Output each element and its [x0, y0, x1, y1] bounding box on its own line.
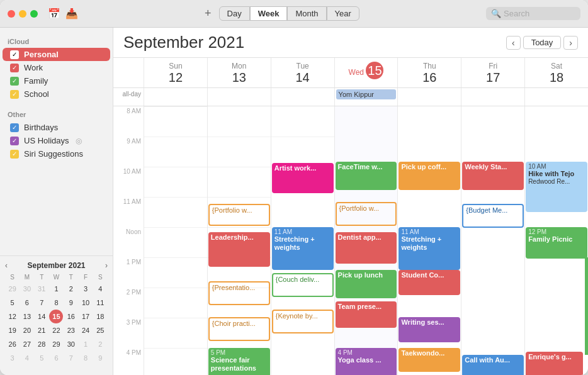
mini-day[interactable]: 4 [93, 282, 107, 296]
portfolio-event-wed[interactable]: {Portfolio w... [336, 202, 397, 226]
mini-day[interactable]: 18 [93, 310, 107, 323]
keynote-event[interactable]: {Keynote by... [272, 310, 334, 333]
search-bar[interactable]: 🔍 Search [486, 7, 580, 20]
mini-day[interactable]: 8 [49, 296, 63, 310]
call-with-event[interactable]: Call with Au... [462, 355, 524, 375]
mini-day[interactable]: 5 [35, 351, 48, 365]
calendar-header: September 2021 ‹ Today › [113, 28, 588, 58]
team-pres-event[interactable]: Team prese... [336, 301, 397, 328]
mini-day[interactable]: 24 [79, 323, 93, 337]
yom-kippur-event[interactable]: Yom Kippur [336, 89, 397, 99]
birthdays-checkbox: ✓ [10, 123, 19, 132]
close-button[interactable] [8, 10, 15, 18]
mini-day[interactable]: 30 [20, 282, 34, 296]
mini-day[interactable]: 30 [64, 337, 78, 351]
mini-day-today[interactable]: 15 [49, 310, 63, 323]
family-picnic-event[interactable]: 12 PM Family Picnic [526, 227, 587, 259]
mini-day[interactable]: 12 [6, 310, 20, 323]
day-view-button[interactable]: Day [219, 6, 250, 21]
dow-sun: S [5, 272, 20, 282]
pickup-lunch-event[interactable]: Pick up lunch [336, 270, 397, 298]
icloud-section-label: iCloud [0, 33, 113, 48]
choir-event[interactable]: {Choir practi... [208, 317, 270, 341]
budget-event[interactable]: {Budget Me... [462, 204, 524, 228]
stretching-tue-event[interactable]: 11 AM Stretching + weights [272, 227, 334, 270]
next-week-button[interactable]: › [563, 36, 578, 50]
sidebar-item-us-holidays[interactable]: ✓ US Holidays ◎ [3, 134, 110, 147]
mini-day[interactable]: 20 [20, 323, 34, 337]
artist-work-event[interactable]: Artist work... [272, 163, 334, 193]
mini-day[interactable]: 16 [64, 310, 78, 323]
mini-day[interactable]: 9 [93, 351, 107, 365]
mini-day[interactable]: 6 [49, 351, 63, 365]
portfolio-event-mon[interactable]: {Portfolio w... [208, 204, 270, 226]
mini-day[interactable]: 2 [93, 337, 107, 351]
stretching-thu-event[interactable]: 11 AM Stretching + weights [399, 227, 460, 270]
mini-day[interactable]: 3 [6, 351, 20, 365]
mini-day[interactable]: 10 [79, 296, 93, 310]
sidebar-item-siri[interactable]: ✓ Siri Suggestions [3, 147, 110, 160]
sidebar-item-work[interactable]: ✓ Work [3, 61, 110, 74]
sidebar-item-birthdays[interactable]: ✓ Birthdays [3, 121, 110, 134]
presentation-event[interactable]: {Presentatio... [208, 281, 270, 305]
calendar-icon[interactable]: 📅 [48, 8, 60, 20]
inbox-icon[interactable]: 📥 [65, 8, 78, 20]
mini-cal-next[interactable]: › [105, 261, 108, 270]
mini-day[interactable]: 9 [64, 296, 78, 310]
mini-day[interactable]: 27 [20, 337, 34, 351]
leadership-event[interactable]: Leadership... [208, 232, 270, 267]
mini-day[interactable]: 14 [35, 310, 48, 323]
mini-day[interactable]: 11 [93, 296, 107, 310]
mini-day[interactable]: 26 [6, 337, 20, 351]
mini-day[interactable]: 5 [6, 296, 20, 310]
calendar-title: September 2021 [123, 33, 506, 52]
minimize-button[interactable] [19, 10, 26, 18]
add-event-button[interactable]: + [205, 7, 212, 20]
mini-day[interactable]: 22 [49, 323, 63, 337]
mini-cal-prev[interactable]: ‹ [5, 261, 8, 270]
facetime-event[interactable]: FaceTime w... [336, 162, 397, 190]
sidebar-item-personal[interactable]: ✓ Personal [3, 48, 110, 61]
dentist-event[interactable]: Dentist app... [336, 232, 397, 264]
mini-day[interactable]: 7 [35, 296, 48, 310]
today-button[interactable]: Today [523, 36, 562, 49]
mini-day[interactable]: 1 [49, 282, 63, 296]
yoga-event[interactable]: 4 PM Yoga class ... [336, 348, 397, 375]
mini-day[interactable]: 21 [35, 323, 48, 337]
couch-delivery-event[interactable]: {Couch deliv... [272, 273, 334, 297]
time-scroll-area[interactable]: 8 AM 9 AM 10 AM 11 AM Noon 1 PM 2 PM 3 P… [113, 106, 588, 375]
weekly-sta-event[interactable]: Weekly Sta... [462, 162, 524, 190]
mini-day[interactable]: 3 [79, 282, 93, 296]
prev-week-button[interactable]: ‹ [506, 36, 521, 50]
sidebar-item-family[interactable]: ✓ Family [3, 74, 110, 87]
mini-day[interactable]: 17 [79, 310, 93, 323]
student-co-event[interactable]: Student Co... [399, 270, 460, 295]
search-placeholder: Search [504, 9, 529, 18]
mini-day[interactable]: 7 [64, 351, 78, 365]
mini-day[interactable]: 1 [79, 337, 93, 351]
mini-day[interactable]: 31 [35, 282, 48, 296]
year-view-button[interactable]: Year [327, 6, 359, 21]
taekwondo-event[interactable]: Taekwondo... [399, 348, 460, 372]
week-view-button[interactable]: Week [250, 6, 288, 21]
mini-day[interactable]: 23 [64, 323, 78, 337]
month-view-button[interactable]: Month [287, 6, 326, 21]
mini-day[interactable]: 19 [6, 323, 20, 337]
writing-ses-event[interactable]: Writing ses... [399, 317, 460, 342]
mini-day[interactable]: 8 [79, 351, 93, 365]
mini-day[interactable]: 29 [6, 282, 20, 296]
mini-day[interactable]: 25 [93, 323, 107, 337]
mini-day[interactable]: 2 [64, 282, 78, 296]
science-fair-event[interactable]: 5 PM Science fair presentations [208, 348, 270, 375]
hike-event[interactable]: 10 AM Hike with Tejo Redwood Re... [526, 162, 587, 212]
mini-day[interactable]: 13 [20, 310, 34, 323]
mini-day[interactable]: 28 [35, 337, 48, 351]
enriques-event[interactable]: Enrique's g... [526, 352, 583, 375]
maximize-button[interactable] [30, 10, 38, 18]
sidebar-item-school[interactable]: ✓ School [3, 87, 110, 101]
mini-day[interactable]: 6 [20, 296, 34, 310]
mini-day[interactable]: 29 [49, 337, 63, 351]
pickup-coffee-event[interactable]: Pick up coff... [399, 162, 460, 190]
day-header-fri: Fri 17 [461, 58, 524, 87]
mini-day[interactable]: 4 [20, 351, 34, 365]
